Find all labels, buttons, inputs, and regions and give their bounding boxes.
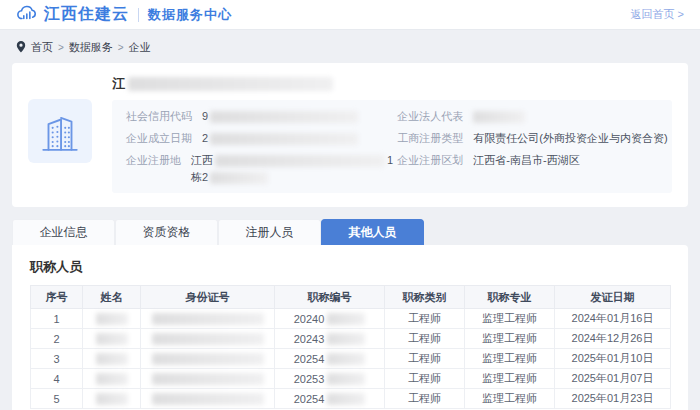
col-title-category: 职称类别	[385, 286, 465, 309]
brand-title: 江西住建云	[44, 4, 129, 25]
company-name: 江	[112, 73, 672, 95]
table-row: 5 20254 工程师 监理工程师 2025年01月23日	[31, 389, 671, 409]
field-registration-type: 工商注册类型 有限责任公司(外商投资企业与内资合资)	[397, 131, 658, 146]
redacted-name	[96, 313, 128, 325]
redacted-address	[215, 155, 385, 167]
col-id-number: 身份证号	[141, 286, 275, 309]
brand-divider	[138, 8, 139, 22]
tab-enterprise-info[interactable]: 企业信息	[12, 219, 115, 245]
breadcrumb-item-data-service[interactable]: 数据服务	[69, 40, 113, 55]
field-registration-district: 企业注册区划 江西省-南昌市-西湖区	[397, 153, 658, 168]
redacted-id-number	[152, 333, 264, 345]
location-pin-icon	[16, 41, 26, 55]
company-summary-card: 江 社会信用代码 9 企业成立日期 2	[12, 63, 688, 207]
table-row: 2 20243 工程师 监理工程师 2024年12月26日	[31, 329, 671, 349]
tab-qualifications[interactable]: 资质资格	[115, 219, 218, 245]
tab-content-panel: 职称人员 序号 姓名 身份证号 职称编号 职称类别 职称专业 发证日期 1 20…	[12, 245, 688, 410]
section-title: 职称人员	[12, 245, 688, 285]
breadcrumb: 首页 > 数据服务 > 企业	[0, 30, 700, 63]
redacted-company-name	[128, 77, 333, 91]
redacted-name	[96, 353, 128, 365]
breadcrumb-separator: >	[118, 42, 124, 53]
redacted-id-number	[152, 313, 264, 325]
redacted-title-number	[327, 353, 365, 365]
redacted-id-number	[152, 373, 264, 385]
col-title-number: 职称编号	[275, 286, 385, 309]
brand-logo[interactable]: 江西住建云	[16, 4, 129, 25]
field-credit-code: 社会信用代码 9	[126, 109, 397, 124]
table-row: 4 20253 工程师 监理工程师 2025年01月07日	[31, 369, 671, 389]
redacted-name	[96, 393, 128, 405]
cloud-chart-logo-icon	[16, 5, 38, 24]
col-seq: 序号	[31, 286, 83, 309]
company-details: 江 社会信用代码 9 企业成立日期 2	[112, 73, 672, 193]
field-founding-date: 企业成立日期 2	[126, 131, 397, 146]
breadcrumb-item-home[interactable]: 首页	[31, 40, 53, 55]
field-registered-address: 企业注册地 江西 1 栋2	[126, 153, 397, 185]
back-home-link[interactable]: 返回首页 >	[631, 7, 684, 22]
col-name: 姓名	[83, 286, 141, 309]
titled-personnel-table: 序号 姓名 身份证号 职称编号 职称类别 职称专业 发证日期 1 20240 工…	[30, 285, 671, 409]
redacted-credit-code	[210, 111, 358, 123]
field-legal-representative: 企业法人代表	[397, 109, 658, 124]
breadcrumb-item-enterprise: 企业	[129, 40, 151, 55]
redacted-title-number	[327, 333, 365, 345]
redacted-title-number	[327, 373, 365, 385]
redacted-title-number	[327, 313, 365, 325]
breadcrumb-separator: >	[58, 42, 64, 53]
col-title-specialty: 职称专业	[465, 286, 555, 309]
tab-other-personnel[interactable]: 其他人员	[321, 219, 424, 245]
table-header-row: 序号 姓名 身份证号 职称编号 职称类别 职称专业 发证日期	[31, 286, 671, 309]
company-info-panel: 社会信用代码 9 企业成立日期 2 企业注册地 江西	[112, 100, 672, 193]
top-header-bar: 江西住建云 数据服务中心 返回首页 >	[0, 0, 700, 30]
table-row: 1 20240 工程师 监理工程师 2024年01月16日	[31, 309, 671, 329]
redacted-legal-representative	[473, 111, 525, 123]
redacted-id-number	[152, 353, 264, 365]
redacted-name	[96, 333, 128, 345]
tab-registered-personnel[interactable]: 注册人员	[218, 219, 321, 245]
redacted-id-number	[152, 393, 264, 405]
col-issue-date: 发证日期	[555, 286, 671, 309]
building-icon	[28, 99, 92, 163]
detail-tabs: 企业信息 资质资格 注册人员 其他人员	[12, 219, 688, 245]
redacted-title-number	[327, 393, 365, 405]
redacted-name	[96, 373, 128, 385]
table-row: 3 20254 工程师 监理工程师 2025年01月10日	[31, 349, 671, 369]
redacted-founding-date	[210, 133, 358, 145]
site-subtitle: 数据服务中心	[148, 6, 232, 24]
redacted-address-line2	[210, 172, 268, 184]
